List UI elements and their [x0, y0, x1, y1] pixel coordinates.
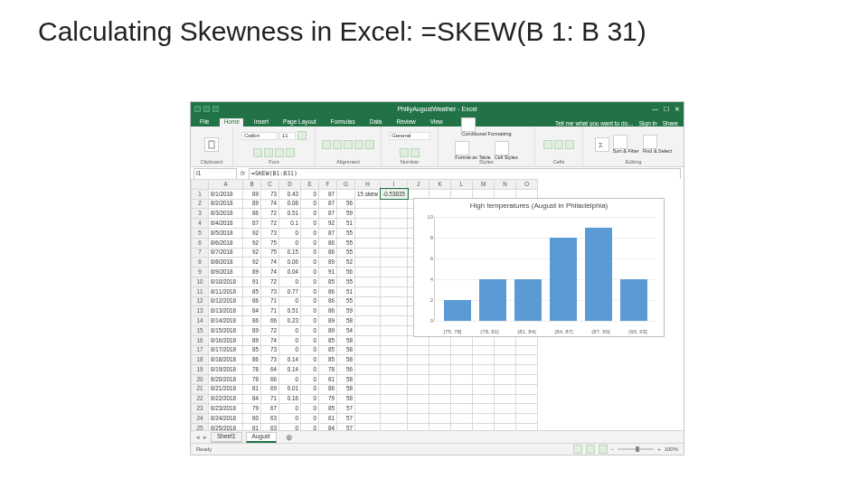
- cell[interactable]: 86: [319, 248, 337, 258]
- tab-data[interactable]: Data: [366, 118, 386, 127]
- cell[interactable]: 85: [319, 404, 337, 414]
- cell[interactable]: [355, 248, 381, 258]
- row-header[interactable]: 10: [192, 277, 209, 286]
- cell[interactable]: 0: [301, 258, 319, 267]
- cell[interactable]: 87: [319, 199, 337, 209]
- cell[interactable]: 8/10/2018: [209, 277, 243, 286]
- cell[interactable]: 73: [261, 228, 279, 238]
- format-cells-icon[interactable]: [565, 140, 574, 149]
- cell[interactable]: 59: [337, 306, 355, 316]
- cell[interactable]: [355, 335, 381, 345]
- row-header[interactable]: 20: [192, 374, 209, 384]
- cell[interactable]: 0.01: [279, 384, 301, 394]
- cell[interactable]: [381, 355, 408, 365]
- cell[interactable]: 66: [261, 374, 279, 384]
- cell[interactable]: 86: [243, 296, 261, 306]
- cell[interactable]: [473, 384, 495, 394]
- cell[interactable]: [381, 228, 408, 238]
- row-header[interactable]: 22: [192, 394, 209, 404]
- cell[interactable]: 8/8/2018: [209, 258, 243, 267]
- cell[interactable]: 8/9/2018: [209, 267, 243, 277]
- cell[interactable]: 59: [337, 209, 355, 219]
- cell[interactable]: [451, 414, 473, 424]
- cell[interactable]: 8/24/2018: [209, 414, 243, 424]
- cell[interactable]: [408, 365, 429, 375]
- cell[interactable]: 81: [243, 384, 261, 394]
- cell[interactable]: 8/21/2018: [209, 384, 243, 394]
- column-header[interactable]: J: [408, 180, 429, 190]
- cell[interactable]: 0.06: [279, 258, 301, 267]
- cell[interactable]: [355, 306, 381, 316]
- cell[interactable]: 0: [301, 267, 319, 277]
- cell[interactable]: 86: [243, 316, 261, 326]
- cell[interactable]: 0: [279, 374, 301, 384]
- cell[interactable]: [473, 414, 495, 424]
- cell[interactable]: [408, 384, 429, 394]
- column-header[interactable]: H: [355, 180, 381, 190]
- cell[interactable]: [381, 199, 408, 209]
- cell[interactable]: 58: [337, 384, 355, 394]
- cell[interactable]: 58: [337, 394, 355, 404]
- cell[interactable]: [381, 296, 408, 306]
- cell[interactable]: [355, 258, 381, 267]
- cell[interactable]: [355, 355, 381, 365]
- cell[interactable]: 8/6/2018: [209, 238, 243, 248]
- wrap-text-icon[interactable]: [354, 140, 363, 149]
- cell[interactable]: 71: [261, 296, 279, 306]
- cell[interactable]: 85: [319, 277, 337, 286]
- save-icon[interactable]: [194, 106, 201, 112]
- cell[interactable]: 0: [279, 277, 301, 286]
- cell[interactable]: [516, 374, 538, 384]
- cell[interactable]: [355, 267, 381, 277]
- cell[interactable]: [355, 286, 381, 296]
- cell[interactable]: 0: [301, 345, 319, 355]
- cell[interactable]: 72: [261, 209, 279, 219]
- row-header[interactable]: 15: [192, 325, 209, 335]
- cell[interactable]: 0: [301, 384, 319, 394]
- cell[interactable]: [381, 365, 408, 375]
- cell[interactable]: 69: [261, 384, 279, 394]
- cell[interactable]: [429, 374, 451, 384]
- cell[interactable]: 8/15/2018: [209, 325, 243, 335]
- cell[interactable]: 0: [279, 345, 301, 355]
- align-left-icon[interactable]: [322, 140, 331, 149]
- cell[interactable]: [381, 209, 408, 219]
- cell[interactable]: [408, 345, 429, 355]
- cell[interactable]: 8/16/2018: [209, 335, 243, 345]
- row-header[interactable]: 5: [192, 228, 209, 238]
- cell[interactable]: 87: [319, 189, 337, 199]
- column-header[interactable]: I: [381, 180, 408, 190]
- row-header[interactable]: 23: [192, 404, 209, 414]
- cell[interactable]: 0: [301, 414, 319, 424]
- cell[interactable]: [473, 345, 495, 355]
- cell[interactable]: 58: [337, 345, 355, 355]
- font-color-icon[interactable]: [286, 148, 295, 157]
- row-header[interactable]: 18: [192, 355, 209, 365]
- cell[interactable]: 8/19/2018: [209, 365, 243, 375]
- sheet-nav-next-icon[interactable]: ▸: [203, 435, 207, 441]
- maximize-button[interactable]: ☐: [664, 106, 669, 112]
- cell[interactable]: [408, 404, 429, 414]
- cell[interactable]: [381, 258, 408, 267]
- cell[interactable]: 8/4/2018: [209, 219, 243, 229]
- cell[interactable]: [355, 199, 381, 209]
- cell[interactable]: 92: [243, 238, 261, 248]
- cell[interactable]: 86: [319, 384, 337, 394]
- italic-icon[interactable]: [253, 148, 262, 157]
- cell[interactable]: 74: [261, 258, 279, 267]
- cell[interactable]: 51: [337, 286, 355, 296]
- row-header[interactable]: 16: [192, 335, 209, 345]
- cell[interactable]: 8/13/2018: [209, 306, 243, 316]
- cell[interactable]: 81: [319, 374, 337, 384]
- format-as-table-icon[interactable]: [455, 141, 469, 155]
- column-header[interactable]: C: [261, 180, 279, 190]
- cell[interactable]: [429, 355, 451, 365]
- cell[interactable]: 0.08: [279, 199, 301, 209]
- cell[interactable]: [408, 355, 429, 365]
- cell[interactable]: 79: [319, 394, 337, 404]
- cell[interactable]: 8/3/2018: [209, 209, 243, 219]
- cell[interactable]: 8/20/2018: [209, 374, 243, 384]
- cell[interactable]: 0.14: [279, 365, 301, 375]
- cell[interactable]: [355, 365, 381, 375]
- cell[interactable]: 72: [261, 219, 279, 229]
